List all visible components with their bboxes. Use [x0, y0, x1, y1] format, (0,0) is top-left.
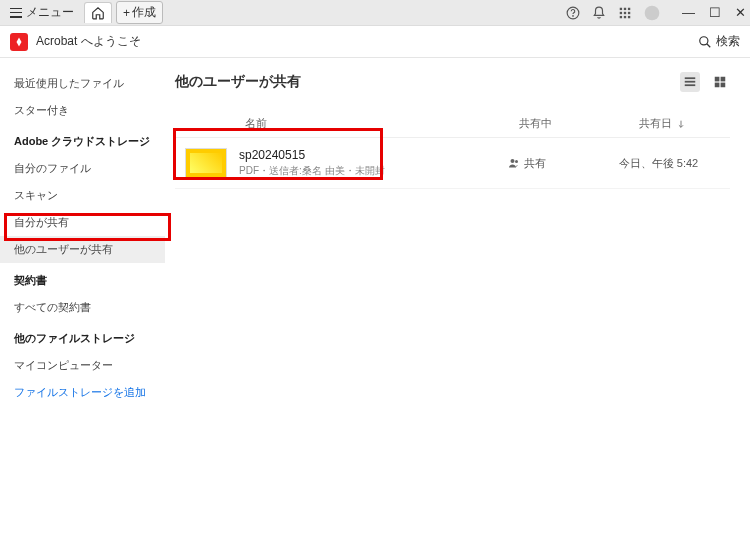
svg-rect-2 [620, 7, 622, 9]
svg-rect-20 [721, 83, 726, 88]
sidebar-item-shared-by-me[interactable]: 自分が共有 [0, 209, 165, 236]
titlebar-left: メニュー + 作成 [4, 1, 163, 24]
grid-view-button[interactable] [710, 72, 730, 92]
svg-rect-9 [624, 15, 626, 17]
search-icon [698, 35, 712, 49]
plus-icon: + [123, 6, 130, 20]
create-button[interactable]: + 作成 [116, 1, 163, 24]
svg-rect-16 [685, 84, 696, 86]
content-title: 他のユーザーが共有 [175, 73, 301, 91]
file-name: sp20240515 [239, 148, 467, 162]
subbar: Acrobat へようこそ 検索 [0, 26, 750, 58]
main: 最近使用したファイル スター付き Adobe クラウドストレージ 自分のファイル… [0, 58, 750, 536]
titlebar: メニュー + 作成 — ☐ ✕ [0, 0, 750, 26]
bell-icon[interactable] [592, 6, 606, 20]
column-headers: 名前 共有中 共有日 [175, 110, 730, 138]
hamburger-icon [10, 8, 22, 18]
svg-rect-3 [624, 7, 626, 9]
sidebar-item-recent[interactable]: 最近使用したファイル [0, 70, 165, 97]
file-meta: PDF・送信者:桑名 由美・未開封 [239, 164, 467, 178]
profile-icon[interactable] [644, 5, 660, 21]
svg-rect-17 [715, 77, 720, 82]
sidebar-heading-cloud: Adobe クラウドストレージ [0, 124, 165, 155]
svg-rect-14 [685, 77, 696, 79]
file-shared-cell: 共有 [467, 156, 587, 171]
svg-rect-15 [685, 81, 696, 83]
people-icon [508, 157, 520, 169]
sidebar-heading-other-storage: 他のファイルストレージ [0, 321, 165, 352]
svg-rect-18 [721, 77, 726, 82]
file-info: sp20240515 PDF・送信者:桑名 由美・未開封 [227, 148, 467, 178]
col-header-name[interactable]: 名前 [175, 116, 475, 131]
apps-icon[interactable] [618, 6, 632, 20]
home-tab[interactable] [84, 2, 112, 23]
acrobat-app-icon [10, 33, 28, 51]
svg-rect-5 [620, 11, 622, 13]
list-view-button[interactable] [680, 72, 700, 92]
maximize-button[interactable]: ☐ [709, 5, 721, 20]
sidebar-item-add-storage[interactable]: ファイルストレージを追加 [0, 379, 165, 406]
file-shared-label: 共有 [524, 156, 546, 171]
col-header-shared[interactable]: 共有中 [475, 116, 595, 131]
welcome-title: Acrobat へようこそ [36, 33, 141, 50]
sidebar: 最近使用したファイル スター付き Adobe クラウドストレージ 自分のファイル… [0, 58, 165, 536]
sidebar-item-my-computer[interactable]: マイコンピューター [0, 352, 165, 379]
file-row[interactable]: sp20240515 PDF・送信者:桑名 由美・未開封 共有 今日、午後 5:… [175, 138, 730, 189]
svg-rect-10 [628, 15, 630, 17]
window-controls: — ☐ ✕ [682, 5, 746, 20]
svg-point-1 [573, 15, 574, 16]
create-label: 作成 [132, 4, 156, 21]
titlebar-right: — ☐ ✕ [566, 5, 746, 21]
col-date-label: 共有日 [639, 116, 672, 131]
sort-down-icon [676, 119, 686, 129]
search-label: 検索 [716, 33, 740, 50]
svg-line-13 [707, 43, 711, 47]
menu-label: メニュー [26, 4, 74, 21]
svg-rect-8 [620, 15, 622, 17]
col-header-date[interactable]: 共有日 [595, 116, 730, 131]
sidebar-item-my-files[interactable]: 自分のファイル [0, 155, 165, 182]
file-date: 今日、午後 5:42 [587, 156, 730, 171]
home-icon [91, 6, 105, 20]
menu-button[interactable]: メニュー [4, 2, 80, 23]
svg-rect-19 [715, 83, 720, 88]
content: 他のユーザーが共有 名前 共有中 共有日 sp20240515 P [165, 58, 750, 536]
svg-point-22 [515, 160, 518, 163]
svg-rect-7 [628, 11, 630, 13]
view-toggle [680, 72, 730, 92]
help-icon[interactable] [566, 6, 580, 20]
sidebar-item-starred[interactable]: スター付き [0, 97, 165, 124]
close-button[interactable]: ✕ [735, 5, 746, 20]
grid-icon [713, 75, 727, 89]
svg-rect-6 [624, 11, 626, 13]
svg-point-11 [645, 5, 660, 20]
sidebar-item-scan[interactable]: スキャン [0, 182, 165, 209]
list-icon [683, 75, 697, 89]
file-thumbnail [185, 148, 227, 178]
svg-point-21 [511, 159, 515, 163]
sidebar-item-all-agreements[interactable]: すべての契約書 [0, 294, 165, 321]
sidebar-item-shared-by-others[interactable]: 他のユーザーが共有 [0, 236, 165, 263]
svg-rect-4 [628, 7, 630, 9]
search-button[interactable]: 検索 [698, 33, 740, 50]
minimize-button[interactable]: — [682, 5, 695, 20]
svg-point-12 [700, 36, 708, 44]
content-header: 他のユーザーが共有 [175, 72, 730, 92]
sidebar-heading-agreements: 契約書 [0, 263, 165, 294]
